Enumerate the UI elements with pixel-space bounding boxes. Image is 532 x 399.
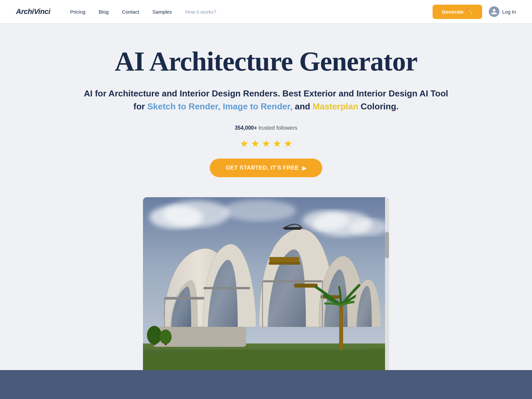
star-3: ★ bbox=[262, 138, 271, 149]
svg-rect-20 bbox=[322, 281, 323, 328]
svg-rect-19 bbox=[262, 281, 263, 328]
followers-count: 354,000+ bbox=[235, 125, 257, 131]
nav-how-it-works[interactable]: How it works? bbox=[185, 9, 216, 15]
hero-link-masterplan[interactable]: Masterplan bbox=[313, 101, 358, 111]
hero-subtitle-end: Coloring. bbox=[361, 101, 399, 111]
login-button[interactable]: Log In bbox=[489, 6, 516, 17]
generate-button[interactable]: Generate ✏️ bbox=[433, 5, 482, 19]
svg-rect-18 bbox=[263, 280, 323, 282]
svg-point-5 bbox=[349, 219, 389, 235]
followers-label: trusted followers bbox=[259, 125, 298, 131]
bottom-section bbox=[0, 370, 532, 399]
architecture-illustration bbox=[143, 197, 389, 370]
hero-image bbox=[143, 197, 389, 370]
svg-rect-11 bbox=[164, 298, 165, 328]
svg-point-23 bbox=[147, 326, 162, 344]
svg-point-2 bbox=[163, 200, 229, 227]
cta-label: GET STARTED, IT'S FREE bbox=[226, 165, 299, 171]
nav-blog[interactable]: Blog bbox=[99, 9, 109, 15]
hero-title: AI Architecture Generator bbox=[16, 47, 516, 76]
svg-rect-21 bbox=[339, 304, 343, 350]
svg-point-25 bbox=[160, 330, 172, 344]
nav-links: Pricing Blog Contact Samples How it work… bbox=[70, 9, 433, 15]
navbar: ArchiVinci Pricing Blog Contact Samples … bbox=[0, 0, 532, 23]
followers-text: 354,000+ trusted followers bbox=[16, 125, 516, 131]
followers-section: 354,000+ trusted followers bbox=[16, 125, 516, 131]
nav-contact[interactable]: Contact bbox=[122, 9, 139, 15]
svg-point-4 bbox=[303, 210, 349, 230]
svg-rect-31 bbox=[284, 227, 301, 230]
nav-samples[interactable]: Samples bbox=[153, 9, 172, 15]
scrollbar-thumb[interactable] bbox=[385, 232, 389, 258]
cta-arrow-icon: ▶ bbox=[302, 165, 307, 171]
svg-rect-16 bbox=[294, 284, 318, 288]
nav-actions: Generate ✏️ Log In bbox=[433, 5, 516, 19]
star-5: ★ bbox=[284, 138, 293, 149]
hero-subtitle: AI for Architecture and Interior Design … bbox=[83, 87, 449, 113]
svg-rect-15 bbox=[269, 262, 300, 265]
pencil-icon: ✏️ bbox=[466, 9, 473, 15]
star-1: ★ bbox=[240, 138, 249, 149]
svg-point-6 bbox=[223, 200, 296, 221]
user-avatar-icon bbox=[489, 6, 499, 17]
svg-rect-13 bbox=[203, 287, 250, 289]
generate-label: Generate bbox=[442, 9, 464, 15]
site-logo[interactable]: ArchiVinci bbox=[16, 7, 50, 16]
svg-rect-10 bbox=[165, 297, 204, 300]
scrollbar-track[interactable] bbox=[385, 197, 389, 370]
star-2: ★ bbox=[251, 138, 260, 149]
cta-button[interactable]: GET STARTED, IT'S FREE ▶ bbox=[210, 159, 322, 177]
hero-section: AI Architecture Generator AI for Archite… bbox=[0, 23, 532, 399]
login-label: Log In bbox=[502, 9, 516, 15]
star-rating: ★ ★ ★ ★ ★ bbox=[16, 138, 516, 149]
nav-pricing[interactable]: Pricing bbox=[70, 9, 85, 15]
hero-subtitle-mid: and bbox=[295, 101, 313, 111]
hero-link-sketch[interactable]: Sketch to Render, Image to Render, bbox=[147, 101, 292, 111]
star-4: ★ bbox=[273, 138, 282, 149]
svg-rect-14 bbox=[269, 257, 299, 262]
